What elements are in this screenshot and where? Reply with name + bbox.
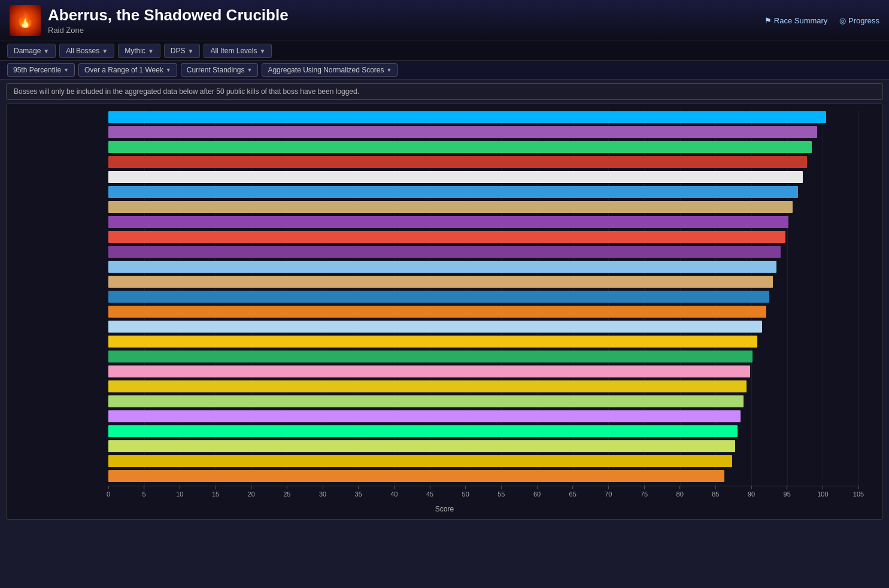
bar-row: Fire Mage — [108, 319, 858, 334]
bar-row: Destruction Warlock — [108, 245, 858, 259]
x-tick-label: 90 — [748, 490, 755, 498]
x-tick: 30 — [319, 486, 326, 498]
percentile-filter-button[interactable]: 95th Percentile ▼ — [7, 63, 75, 77]
bar-row: Fury Warrior — [108, 275, 858, 289]
standings-filter-button[interactable]: Current Standings ▼ — [181, 63, 259, 77]
all-item-levels-button[interactable]: All Item Levels ▼ — [204, 44, 272, 58]
bar-row: Frost Death Knight — [108, 230, 858, 244]
x-tick: 65 — [569, 486, 577, 498]
x-tick-label: 40 — [390, 490, 398, 498]
filter-bar: 95th Percentile ▼ Over a Range of 1 Week… — [0, 61, 889, 80]
bar-fill — [108, 425, 738, 437]
zone-subtitle: Raid Zone — [48, 26, 289, 35]
x-tick-label: 105 — [853, 490, 864, 498]
bar-track — [108, 306, 858, 318]
x-tick-line — [858, 486, 858, 489]
x-tick-line — [216, 486, 216, 489]
standings-arrow-icon: ▼ — [247, 67, 253, 73]
x-axis: 0510152025303540455055606570758085909510… — [108, 486, 858, 504]
bar-fill — [108, 410, 741, 422]
progress-link[interactable]: ◎ Progress — [839, 16, 879, 25]
chart-wrapper: Arcane MageDemonology WarlockDevastation… — [7, 110, 882, 513]
x-tick-line — [608, 486, 609, 489]
x-tick-label: 0 — [107, 490, 110, 498]
x-tick: 55 — [497, 486, 505, 498]
bar-fill — [108, 246, 781, 258]
bar-track — [108, 321, 858, 333]
bar-track — [108, 351, 858, 362]
bar-fill — [108, 126, 817, 138]
bar-track — [108, 425, 858, 437]
bar-row: Elemental Shaman — [108, 185, 858, 199]
bar-fill — [108, 261, 776, 273]
race-summary-link[interactable]: ⚑ Race Summary — [764, 16, 827, 25]
bar-fill — [108, 440, 735, 452]
mythic-button[interactable]: Mythic ▼ — [118, 44, 160, 58]
bar-track — [108, 470, 858, 482]
dps-button[interactable]: DPS ▼ — [164, 44, 201, 58]
all-bosses-button[interactable]: All Bosses ▼ — [59, 44, 114, 58]
x-tick-line — [430, 486, 430, 489]
bar-row: Survival Hunter — [108, 349, 858, 364]
damage-button[interactable]: Damage ▼ — [7, 44, 56, 58]
bar-track — [108, 261, 858, 273]
percentile-arrow-icon: ▼ — [63, 67, 69, 73]
x-tick-label: 5 — [142, 490, 146, 498]
x-tick-line — [180, 486, 180, 489]
x-tick-label: 65 — [569, 490, 577, 498]
x-tick: 0 — [107, 486, 110, 498]
x-tick: 25 — [283, 486, 290, 498]
x-tick: 20 — [248, 486, 255, 498]
bar-track — [108, 111, 858, 123]
x-tick-line — [537, 486, 538, 489]
x-tick-label: 75 — [641, 490, 648, 498]
x-tick: 95 — [784, 486, 791, 498]
x-tick-line — [323, 486, 323, 489]
bar-track — [108, 141, 858, 153]
bar-row: Shadow Priest — [108, 170, 858, 184]
x-tick-label: 80 — [676, 490, 684, 498]
x-tick-label: 30 — [319, 490, 326, 498]
all-item-levels-arrow-icon: ▼ — [259, 48, 265, 54]
x-tick: 40 — [390, 486, 398, 498]
x-tick-label: 25 — [283, 490, 290, 498]
chart-inner: Arcane MageDemonology WarlockDevastation… — [7, 110, 882, 483]
x-tick-line — [787, 486, 787, 489]
bar-row: Devastation Evoker — [108, 140, 858, 154]
x-tick-line — [644, 486, 645, 489]
x-tick-label: 55 — [497, 490, 505, 498]
x-tick-line — [394, 486, 395, 489]
header-right: ⚑ Race Summary ◎ Progress — [764, 16, 879, 25]
x-tick-label: 15 — [212, 490, 219, 498]
bar-track — [108, 126, 858, 138]
x-tick: 45 — [426, 486, 433, 498]
bar-fill — [108, 321, 762, 333]
bar-fill — [108, 470, 724, 482]
x-axis-title: Score — [7, 505, 882, 513]
x-tick-label: 100 — [817, 490, 828, 498]
bar-row: Affliction Warlock — [108, 215, 858, 229]
bar-row: Frost Mage — [108, 260, 858, 274]
x-tick-label: 60 — [533, 490, 541, 498]
x-tick: 15 — [212, 486, 219, 498]
bar-fill — [108, 216, 788, 228]
x-tick-line — [144, 486, 144, 489]
range-arrow-icon: ▼ — [166, 67, 171, 73]
aggregate-filter-button[interactable]: Aggregate Using Normalized Scores ▼ — [262, 63, 398, 77]
x-tick: 60 — [533, 486, 541, 498]
bar-track — [108, 380, 858, 392]
range-filter-button[interactable]: Over a Range of 1 Week ▼ — [78, 63, 177, 77]
x-tick-label: 20 — [248, 490, 255, 498]
bar-track — [108, 440, 858, 452]
x-tick: 90 — [748, 486, 755, 498]
x-tick-line — [572, 486, 573, 489]
bar-fill — [108, 141, 812, 153]
header-titles: Aberrus, the Shadowed Crucible Raid Zone — [48, 6, 289, 35]
bar-fill — [108, 276, 773, 288]
bar-track — [108, 365, 858, 377]
x-tick: 105 — [853, 486, 864, 498]
x-tick-label: 35 — [355, 490, 362, 498]
x-tick-label: 85 — [712, 490, 719, 498]
bar-track — [108, 156, 858, 168]
bar-fill — [108, 111, 826, 123]
